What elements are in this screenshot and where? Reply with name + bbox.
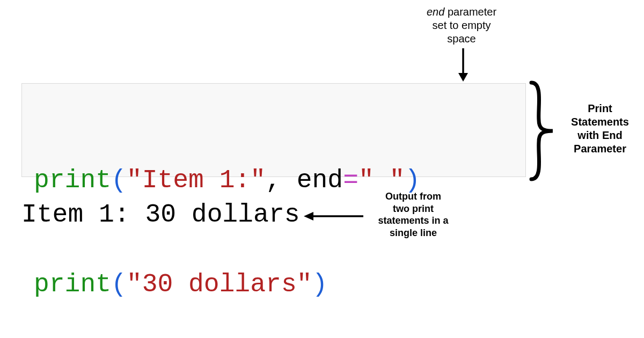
code-token: , — [266, 166, 297, 195]
output-text: Item 1: 30 dollars — [21, 200, 299, 229]
svg-marker-1 — [458, 73, 468, 82]
code-token: "30 dollars" — [127, 270, 312, 299]
svg-marker-3 — [304, 212, 313, 221]
code-token: ( — [111, 270, 127, 299]
code-token: "Item 1:" — [127, 166, 266, 195]
code-line-2: print("30 dollars") — [34, 267, 514, 302]
code-block: print("Item 1:", end=" ") print("30 doll… — [21, 83, 526, 177]
code-token: ( — [111, 166, 127, 195]
code-token: ) — [312, 270, 328, 299]
annotation-print-statements: Print Statements with End Parameter — [557, 102, 643, 156]
annotation-end-parameter: end parameter set to empty space — [408, 5, 515, 46]
code-token: = — [343, 166, 358, 195]
arrow-left-to-output — [302, 208, 366, 224]
annotation-output-single-line: Output from two print statements in a si… — [365, 190, 462, 239]
code-token: end — [297, 166, 343, 195]
curly-brace-right — [527, 80, 559, 181]
annotation-end-italic: end — [427, 6, 444, 18]
code-token: print — [34, 270, 111, 299]
arrow-down-to-end — [455, 48, 471, 83]
code-token: print — [34, 166, 111, 195]
